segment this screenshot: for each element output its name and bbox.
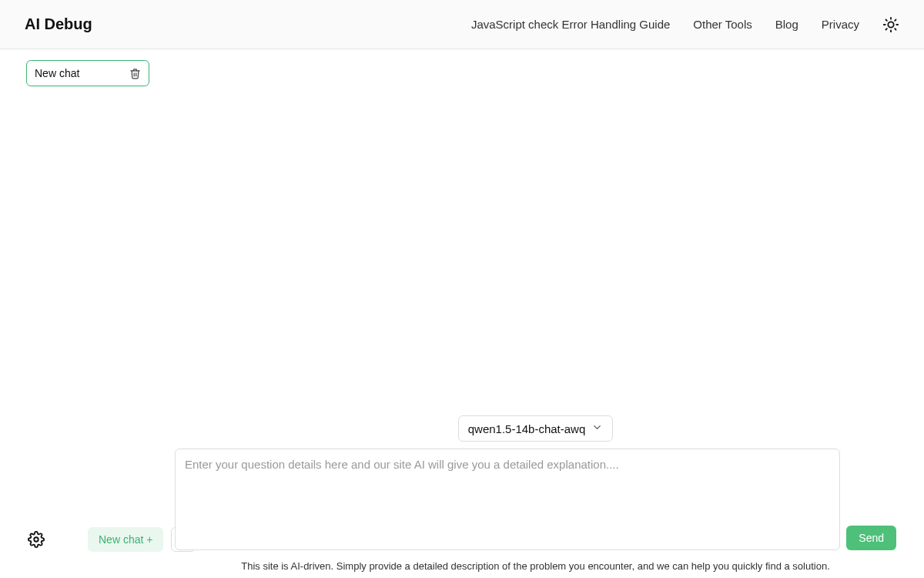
model-select[interactable]: qwen1.5-14b-chat-awq bbox=[458, 415, 614, 442]
nav-link-blog[interactable]: Blog bbox=[775, 18, 798, 31]
logo[interactable]: AI Debug bbox=[25, 15, 92, 33]
svg-line-7 bbox=[886, 29, 887, 29]
input-row: Send bbox=[175, 449, 896, 550]
bottom-left-controls: New chat + bbox=[28, 527, 196, 552]
svg-line-3 bbox=[886, 19, 887, 20]
nav-link-other-tools[interactable]: Other Tools bbox=[693, 18, 752, 31]
nav-link-privacy[interactable]: Privacy bbox=[822, 18, 859, 31]
question-input[interactable] bbox=[175, 449, 840, 550]
svg-point-0 bbox=[888, 22, 893, 27]
trash-icon[interactable] bbox=[129, 68, 141, 79]
sun-icon[interactable] bbox=[882, 16, 899, 33]
model-selected-label: qwen1.5-14b-chat-awq bbox=[468, 422, 586, 435]
chevron-down-icon bbox=[591, 422, 603, 435]
main-input-area: qwen1.5-14b-chat-awq Send This site is A… bbox=[175, 415, 896, 572]
svg-point-9 bbox=[34, 537, 38, 542]
footer-text: This site is AI-driven. Simply provide a… bbox=[241, 560, 830, 572]
new-chat-button[interactable]: New chat + bbox=[88, 527, 163, 552]
chat-item-label: New chat bbox=[35, 67, 79, 79]
chat-item-active[interactable]: New chat bbox=[26, 60, 149, 86]
gear-icon[interactable] bbox=[28, 531, 45, 548]
svg-line-8 bbox=[895, 19, 896, 20]
nav-link-js-guide[interactable]: JavaScript check Error Handling Guide bbox=[471, 18, 670, 31]
header: AI Debug JavaScript check Error Handling… bbox=[0, 0, 924, 49]
svg-line-4 bbox=[895, 29, 896, 29]
sidebar: New chat bbox=[26, 60, 149, 86]
nav: JavaScript check Error Handling Guide Ot… bbox=[471, 16, 899, 33]
send-button[interactable]: Send bbox=[846, 526, 896, 550]
